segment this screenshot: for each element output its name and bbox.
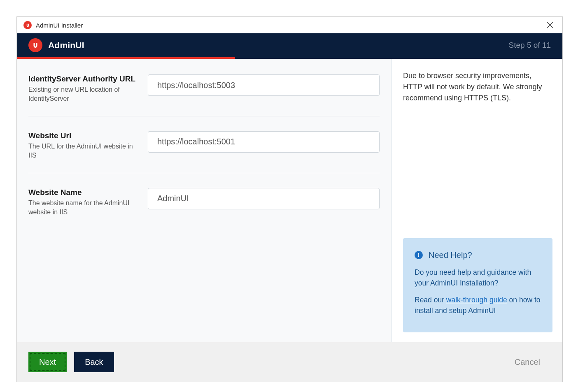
footer-bar: Next Back Cancel [17,342,562,382]
next-button[interactable]: Next [28,352,67,372]
info-icon: ! [415,251,423,259]
form-column: IdentityServer Authority URL Existing or… [17,59,392,342]
help-text-pre: Read our [415,296,446,304]
identityserver-url-input[interactable] [148,74,380,96]
field-description: The website name for the AdminUI website… [28,199,140,217]
sidebar-column: Due to browser security improvements, HT… [392,59,562,342]
help-title: Need Help? [429,249,472,261]
close-icon[interactable] [542,17,558,33]
website-name-input[interactable] [148,188,380,209]
field-label: IdentityServer Authority URL [28,74,140,84]
walkthrough-guide-link[interactable]: walk-through guide [446,296,507,304]
cancel-button[interactable]: Cancel [504,352,551,372]
field-description: Existing or new URL location of Identity… [28,85,140,104]
website-url-input[interactable] [148,131,380,153]
installer-window: AdminUI Installer AdminUI Step 5 of 11 I… [16,16,563,382]
header-title: AdminUI [48,40,509,50]
header-app-icon [28,38,42,52]
content-area: IdentityServer Authority URL Existing or… [17,59,562,342]
info-text: Due to browser security improvements, HT… [403,70,552,104]
field-label: Website Url [28,131,140,140]
field-description: The URL for the AdminUI website in IIS [28,142,140,160]
field-website-url: Website Url The URL for the AdminUI webs… [28,128,380,173]
help-paragraph-2: Read our walk-through guide on how to in… [415,295,541,316]
field-website-name: Website Name The website name for the Ad… [28,185,380,230]
field-label: Website Name [28,188,140,197]
help-paragraph-1: Do you need help and guidance with your … [415,267,541,289]
step-indicator: Step 5 of 11 [509,41,551,50]
help-box: ! Need Help? Do you need help and guidan… [403,238,552,332]
titlebar: AdminUI Installer [17,17,562,33]
back-button[interactable]: Back [74,352,114,372]
app-icon [23,21,32,29]
header-bar: AdminUI Step 5 of 11 [17,33,562,57]
window-title: AdminUI Installer [36,22,542,29]
field-identityserver-url: IdentityServer Authority URL Existing or… [28,71,380,116]
